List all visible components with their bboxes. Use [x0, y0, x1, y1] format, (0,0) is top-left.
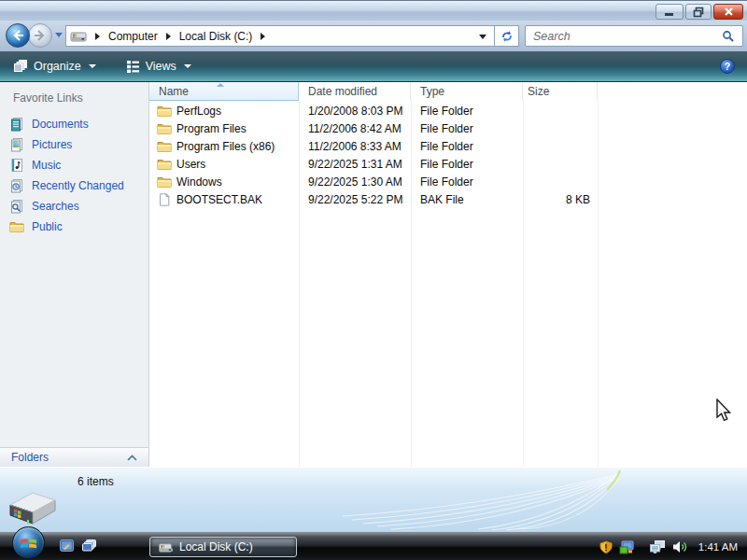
- column-header-size[interactable]: Size: [523, 82, 598, 101]
- breadcrumb-local-disk-c[interactable]: Local Disk (C:): [179, 30, 253, 43]
- breadcrumb-separator-icon: [261, 33, 265, 40]
- back-button[interactable]: [6, 23, 30, 48]
- security-shield-icon[interactable]: [599, 540, 613, 554]
- search-icon[interactable]: [722, 30, 735, 43]
- sidebar-item-music[interactable]: Music: [0, 155, 148, 175]
- hard-drive-icon: [70, 29, 87, 44]
- file-name: Windows: [176, 175, 222, 189]
- refresh-button[interactable]: [495, 25, 519, 47]
- cursor-arrow: [715, 399, 733, 424]
- file-type: File Folder: [411, 175, 523, 189]
- window-controls: [655, 4, 743, 20]
- start-button[interactable]: [12, 526, 45, 559]
- file-name: BOOTSECT.BAK: [176, 193, 262, 206]
- file-name: Program Files (x86): [176, 140, 275, 153]
- file-date: 1/20/2008 8:03 PM: [299, 105, 411, 118]
- taskbar: Local Disk (C:): [0, 534, 747, 560]
- details-pane: 6 items: [0, 467, 747, 532]
- tray-app-icon[interactable]: [619, 540, 634, 554]
- organize-button[interactable]: Organize: [4, 55, 106, 77]
- command-toolbar: Organize Views ?: [0, 51, 747, 82]
- searches-icon: [9, 199, 24, 214]
- file-size: 8 KB: [523, 193, 598, 206]
- help-button[interactable]: ?: [720, 59, 735, 74]
- views-label: Views: [146, 60, 176, 73]
- file-type: File Folder: [411, 140, 523, 153]
- item-count-label: 6 items: [78, 475, 114, 488]
- column-header-label: Name: [159, 85, 189, 98]
- search-placeholder: Search: [533, 30, 722, 43]
- file-type: BAK File: [411, 193, 523, 206]
- bak-file-icon: [157, 193, 172, 206]
- sidebar-item-public[interactable]: Public: [0, 217, 148, 237]
- file-row-perflogs[interactable]: PerfLogs 1/20/2008 8:03 PM File Folder: [149, 102, 747, 119]
- network-icon[interactable]: [650, 540, 666, 554]
- sidebar-item-documents[interactable]: Documents: [0, 114, 148, 134]
- file-list-view: Name Date modified Type Size: [149, 82, 747, 467]
- column-header-label: Size: [528, 85, 549, 98]
- column-header-filler: [598, 82, 747, 101]
- folder-icon: [157, 158, 172, 171]
- title-bar: [0, 0, 747, 21]
- search-input[interactable]: Search: [525, 25, 743, 47]
- chevron-up-icon: [127, 455, 137, 461]
- sort-ascending-icon: [217, 83, 224, 87]
- recently-changed-icon: [9, 178, 24, 193]
- file-row-bootsect-bak[interactable]: BOOTSECT.BAK 9/22/2025 5:22 PM BAK File …: [149, 190, 747, 208]
- address-bar[interactable]: Computer Local Disk (C:): [65, 25, 495, 47]
- close-icon: [724, 7, 734, 17]
- file-date: 11/2/2006 8:33 AM: [299, 140, 411, 153]
- folders-label: Folders: [11, 451, 49, 464]
- file-date: 9/22/2025 5:22 PM: [299, 193, 411, 206]
- recent-pages-dropdown[interactable]: [55, 33, 63, 37]
- minimize-icon: [664, 7, 675, 18]
- documents-icon: [9, 117, 24, 132]
- taskbar-button-local-disk-c[interactable]: Local Disk (C:): [149, 537, 297, 557]
- file-date: 11/2/2006 8:42 AM: [299, 122, 411, 135]
- forward-button[interactable]: [28, 23, 52, 48]
- folder-icon: [157, 105, 172, 118]
- restore-button[interactable]: [685, 4, 712, 20]
- file-row-program-files-x86[interactable]: Program Files (x86) 11/2/2006 8:33 AM Fi…: [149, 137, 747, 155]
- breadcrumb-separator-icon: [95, 33, 100, 40]
- file-row-users[interactable]: Users 9/22/2025 1:31 AM File Folder: [149, 155, 747, 173]
- column-header-date-modified[interactable]: Date modified: [299, 82, 411, 101]
- folder-icon: [157, 175, 172, 189]
- column-header-label: Date modified: [308, 85, 377, 98]
- breadcrumb-computer[interactable]: Computer: [108, 30, 158, 43]
- sidebar-item-searches[interactable]: Searches: [0, 196, 148, 217]
- taskbar-button-label: Local Disk (C:): [179, 540, 253, 553]
- sidebar-item-recently-changed[interactable]: Recently Changed: [0, 175, 148, 196]
- forward-icon: [34, 30, 47, 41]
- folders-band[interactable]: Folders: [0, 447, 148, 467]
- minimize-button[interactable]: [655, 4, 684, 20]
- address-dropdown-icon[interactable]: [479, 35, 486, 39]
- column-header-type[interactable]: Type: [411, 82, 523, 101]
- desktop: Computer Local Disk (C:) Search: [0, 0, 747, 560]
- file-type: File Folder: [411, 105, 523, 118]
- drive-details-icon: [7, 483, 58, 529]
- system-tray: 1:41 AM: [599, 534, 738, 560]
- file-name: Users: [176, 158, 205, 171]
- views-button[interactable]: Views: [117, 55, 201, 77]
- column-header-name[interactable]: Name: [149, 82, 299, 101]
- sidebar-item-pictures[interactable]: Pictures: [0, 134, 148, 155]
- volume-icon[interactable]: [672, 540, 688, 553]
- file-date: 9/22/2025 1:30 AM: [299, 175, 411, 189]
- file-name: PerfLogs: [176, 105, 221, 118]
- sidebar-item-label: Recently Changed: [32, 179, 124, 192]
- hard-drive-icon: [158, 540, 173, 554]
- file-row-windows[interactable]: Windows 9/22/2025 1:30 AM File Folder: [149, 173, 747, 190]
- file-row-program-files[interactable]: Program Files 11/2/2006 8:42 AM File Fol…: [149, 119, 747, 137]
- back-icon: [11, 30, 24, 41]
- sidebar-item-label: Pictures: [32, 138, 72, 151]
- music-icon: [9, 158, 24, 173]
- refresh-icon: [500, 30, 514, 43]
- restore-icon: [693, 7, 704, 18]
- show-desktop-icon[interactable]: [60, 539, 74, 552]
- sidebar-item-label: Documents: [32, 118, 89, 131]
- file-rows: PerfLogs 1/20/2008 8:03 PM File Folder P…: [149, 102, 747, 208]
- switch-windows-icon[interactable]: [82, 539, 96, 552]
- close-button[interactable]: [713, 4, 743, 20]
- taskbar-clock[interactable]: 1:41 AM: [698, 541, 738, 553]
